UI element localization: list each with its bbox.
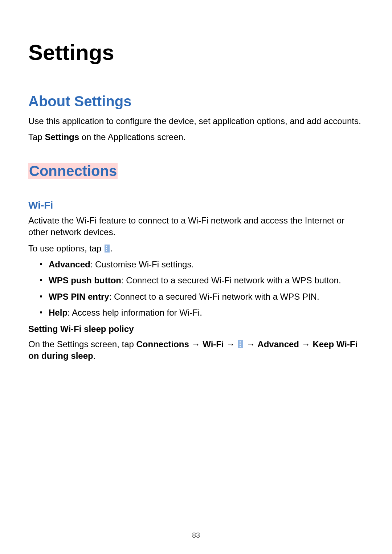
sp-path2: Wi-Fi bbox=[203, 339, 224, 349]
list-item: WPS push button: Connect to a secured Wi… bbox=[38, 275, 364, 286]
bullet-text: : Connect to a secured Wi-Fi network wit… bbox=[109, 292, 319, 301]
bullet-text: : Connect to a secured Wi-Fi network wit… bbox=[121, 275, 341, 285]
sp-suffix: . bbox=[93, 351, 96, 361]
wifi-subsection: Wi-Fi Activate the Wi-Fi feature to conn… bbox=[28, 200, 364, 362]
arrow-icon: → bbox=[189, 339, 203, 349]
about-p2-prefix: Tap bbox=[28, 132, 45, 142]
wifi-heading: Wi-Fi bbox=[28, 200, 364, 211]
about-settings-heading: About Settings bbox=[28, 93, 364, 110]
bullet-text: : Access help information for Wi-Fi. bbox=[68, 308, 202, 317]
about-settings-section: About Settings Use this application to c… bbox=[28, 93, 364, 143]
sleep-policy-heading: Setting Wi-Fi sleep policy bbox=[28, 324, 364, 334]
list-item: Advanced: Customise Wi-Fi settings. bbox=[38, 259, 364, 270]
about-paragraph-1: Use this application to configure the de… bbox=[28, 115, 364, 127]
bullet-bold: WPS push button bbox=[49, 275, 121, 285]
overflow-menu-icon bbox=[105, 245, 110, 253]
overflow-menu-icon bbox=[238, 340, 243, 348]
wifi-options-list: Advanced: Customise Wi-Fi settings. WPS … bbox=[38, 259, 364, 319]
sleep-policy-text: On the Settings screen, tap Connections … bbox=[28, 338, 364, 362]
wifi-options-suffix: . bbox=[110, 243, 113, 253]
connections-section: Connections Wi-Fi Activate the Wi-Fi fea… bbox=[28, 163, 364, 362]
bullet-text: : Customise Wi-Fi settings. bbox=[90, 259, 194, 269]
list-item: WPS PIN entry: Connect to a secured Wi-F… bbox=[38, 291, 364, 303]
connections-heading: Connections bbox=[28, 163, 118, 179]
bullet-bold: Advanced bbox=[49, 259, 90, 269]
about-p2-suffix: on the Applications screen. bbox=[79, 132, 186, 142]
page-number: 83 bbox=[0, 531, 392, 539]
bullet-bold: WPS PIN entry bbox=[49, 292, 109, 301]
arrow-icon: → bbox=[299, 339, 313, 349]
arrow-icon: → bbox=[224, 339, 237, 349]
list-item: Help: Access help information for Wi-Fi. bbox=[38, 307, 364, 319]
about-paragraph-2: Tap Settings on the Applications screen. bbox=[28, 131, 364, 143]
about-p2-bold: Settings bbox=[45, 132, 79, 142]
page-title: Settings bbox=[28, 40, 364, 65]
wifi-options-prefix: To use options, tap bbox=[28, 243, 104, 253]
sp-path3: Advanced bbox=[257, 339, 299, 349]
wifi-intro: Activate the Wi-Fi feature to connect to… bbox=[28, 215, 364, 238]
sp-path1: Connections bbox=[136, 339, 189, 349]
bullet-bold: Help bbox=[49, 308, 68, 317]
arrow-icon: → bbox=[244, 339, 257, 349]
sp-prefix: On the Settings screen, tap bbox=[28, 339, 136, 349]
wifi-options-line: To use options, tap . bbox=[28, 243, 364, 254]
